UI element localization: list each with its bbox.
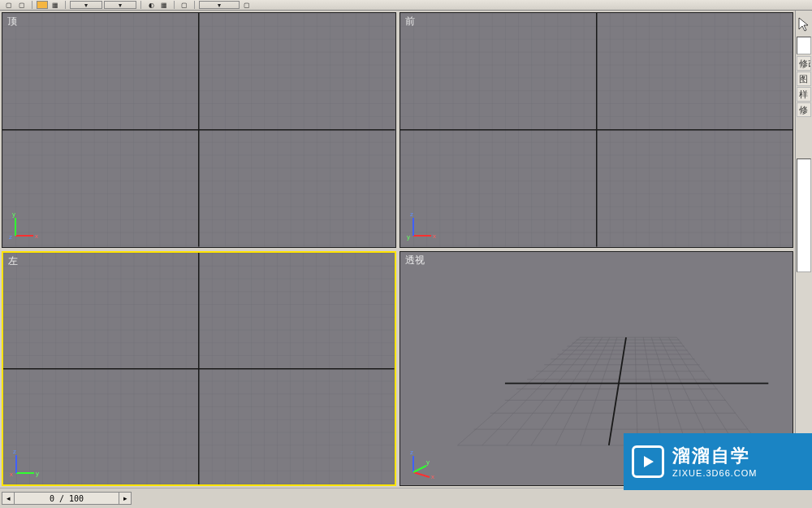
- axis-gizmo-icon: x z y: [407, 448, 439, 480]
- toolbar-button[interactable]: ▦: [158, 1, 170, 9]
- axis-gizmo-icon: y z x: [10, 447, 42, 480]
- viewport-grid: [3, 253, 395, 485]
- status-bar: ◂ 0 / 100 ▸: [0, 488, 812, 508]
- viewport-left[interactable]: 左 y z x: [2, 251, 396, 487]
- name-input[interactable]: [797, 37, 811, 54]
- select-cursor-icon[interactable]: [796, 14, 812, 35]
- play-icon: [632, 445, 664, 478]
- viewport-front[interactable]: 前 x z y: [400, 12, 794, 248]
- toolbar-button[interactable]: ▢: [16, 1, 28, 9]
- modify-tab[interactable]: 修改: [797, 56, 811, 71]
- svg-text:z: z: [410, 449, 413, 456]
- svg-text:x: x: [431, 473, 434, 480]
- viewport-label: 透视: [405, 254, 425, 267]
- modifier-stack[interactable]: [797, 158, 811, 272]
- params-row[interactable]: 修: [797, 102, 811, 117]
- scroll-right-button[interactable]: ▸: [119, 492, 132, 505]
- toolbar-dropdown[interactable]: ▾: [104, 1, 136, 9]
- toolbar-button[interactable]: ▦: [50, 1, 61, 9]
- axis-gizmo-icon: x z y: [407, 210, 439, 242]
- toolbar-button[interactable]: ◐: [145, 1, 157, 9]
- toolbar-dropdown[interactable]: ▾: [70, 1, 102, 9]
- scroll-left-button[interactable]: ◂: [2, 492, 15, 505]
- viewport-top[interactable]: 顶 x y z: [2, 12, 396, 248]
- svg-text:y: y: [36, 470, 39, 477]
- command-panel: 修改 图 样 修: [795, 11, 812, 488]
- spline-row[interactable]: 样: [797, 87, 811, 102]
- svg-line-62: [413, 466, 426, 472]
- svg-text:y: y: [12, 211, 15, 218]
- toolbar-button[interactable]: ▢: [241, 1, 253, 9]
- shape-row[interactable]: 图: [797, 72, 811, 86]
- time-slider[interactable]: ◂ 0 / 100 ▸: [2, 492, 810, 505]
- viewport-label: 左: [8, 254, 18, 268]
- watermark-title: 溜溜自学: [672, 445, 757, 468]
- watermark-url: ZIXUE.3D66.COM: [672, 467, 757, 479]
- viewport-grid: [400, 13, 793, 247]
- svg-text:z: z: [410, 211, 413, 218]
- viewport-grid: [2, 13, 395, 247]
- toolbar-dropdown[interactable]: ▾: [199, 1, 240, 9]
- time-display[interactable]: 0 / 100: [15, 492, 119, 505]
- viewport-label: 顶: [7, 15, 17, 28]
- svg-line-58: [413, 472, 430, 477]
- toolbar-button[interactable]: ▢: [179, 1, 190, 9]
- svg-text:y: y: [407, 233, 410, 241]
- svg-marker-64: [644, 456, 654, 467]
- viewport-label: 前: [405, 15, 415, 28]
- svg-text:z: z: [9, 233, 12, 241]
- svg-text:y: y: [426, 458, 430, 466]
- watermark-badge: 溜溜自学 ZIXUE.3D66.COM: [624, 433, 812, 490]
- main-toolbar: ▢ ▢ ▦ ▾ ▾ ◐ ▦ ▢ ▾ ▢: [0, 0, 812, 11]
- svg-text:x: x: [35, 232, 38, 240]
- viewport-container: 顶 x y z: [2, 12, 793, 486]
- svg-text:x: x: [10, 471, 13, 478]
- svg-text:x: x: [433, 232, 436, 240]
- toolbar-button[interactable]: [37, 1, 48, 9]
- svg-text:z: z: [13, 448, 16, 455]
- toolbar-button[interactable]: ▢: [3, 1, 15, 9]
- axis-gizmo-icon: x y z: [9, 210, 41, 242]
